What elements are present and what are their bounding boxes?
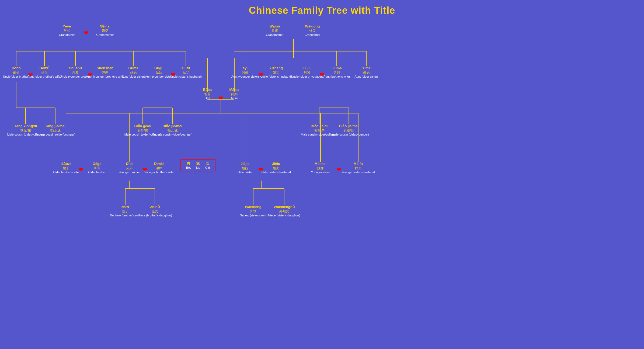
heart-shushu-shenshen: ❤ [88,71,93,78]
me-boy-label: Boy [186,166,191,169]
waigong-node: Wàigōng 外公 Grandfather [305,24,321,37]
me-me-label: Me [196,166,200,169]
biao-jie-left-node: Biǎo jiě/mèi 表姐/妹 Female cousin (older/y… [152,124,192,137]
yima-node: Yímā 姨妈 Aunt (older sister) [355,66,378,79]
me-girl-label: Girl [205,166,210,169]
meifu-node: Mèifu 妹夫 Younger sister's husband [342,162,375,174]
waipu-node: Wàipó 外婆 Grandmother [266,24,284,37]
zhinu-node: Zhínǚ 侄女 Niece (brother's daughter) [138,205,172,217]
heart-jiujiu-jiuma: ❤ [319,71,324,78]
baba-node: Bàba 爸爸 Dad [203,88,212,100]
heart-bobo-bomu: ❤ [28,71,33,78]
nainai-node: Nǎinai 奶奶 Grandmother [96,24,114,37]
me-box: 男 我 女 Boy Me Girl [180,159,215,171]
heart-didi-dimei: ❤ [142,166,147,173]
jiejie-node: Jiějie 姐姐 Older sister [238,162,253,174]
heart-baba-mama: ❤ [218,95,223,102]
me-wo: 我 [196,161,200,166]
dimei-node: Dìmèi 弟妹 Younger brother's wife [144,162,174,174]
guma-node: Gūma 姑妈 Aunt (older sister) [122,66,145,79]
gege-node: Gēge 哥哥 Older brother [88,162,106,174]
bobo-node: Bóbo 伯伯 Uncle(older brother) [3,66,29,79]
heart-ayi-yizhang: ❤ [258,71,263,78]
yeye-node: Yéye 爷爷 Grandfather [59,24,75,37]
mama-node: Māma 妈妈 Mum [229,88,239,100]
jiefu-node: Jiěfu 姐夫 Older sister's husband [261,162,291,174]
waisheng-node: Wàisheng 外甥 Nepew (sister's son) [240,205,266,217]
heart-jiejie-jiefu: ❤ [258,166,263,173]
biao-jie-right-node: Biǎo jiě/mèi 表姐/妹 Female cousin (older/y… [329,124,369,137]
waishengnv-node: Wàishengnǚ 外甥女 Niece (sister's daughter) [268,205,300,217]
me-nan: 男 [187,161,190,166]
saozi-node: Sǎozi 嫂子 Older brother's wife [53,162,79,174]
me-nu: 女 [206,161,209,166]
heart-meimei-meifu: ❤ [336,166,341,173]
ayi-node: āyí 阿姨 Aunt (younger sister) [231,66,259,79]
page-title: Chinese Family Tree with Title [0,0,644,16]
gugu-node: Gūgu 姑姑 Aunt (younger sister) [145,66,173,79]
heart-grandparents-paternal: ❤ [84,30,89,37]
jiujiu-node: Jiùjiu 舅舅 Uncle (older or younger) [291,66,323,79]
jiuma-node: Jiùma 舅妈 Aunt (brother's wife) [323,66,350,79]
family-tree: Yéye 爷爷 Grandfather Nǎinai 奶奶 Grandmothe… [0,16,644,349]
tang-jie-node: Táng jiě/mèi 堂姐/妹 Female cousin (older/y… [35,124,75,137]
yizhang-node: Yízhàng 姨丈 Uncle (sister's husband) [260,66,292,79]
meimei-node: Mèimei 妹妹 Younger sister [311,162,330,174]
didi-node: Dìdi 弟弟 Younger brother [119,162,140,174]
heart-gugu-gufu: ❤ [170,71,175,78]
heart-gege-saozi: ❤ [78,166,83,173]
zhizi-node: zhízi 侄子 Nephew (brother's son) [110,205,141,217]
